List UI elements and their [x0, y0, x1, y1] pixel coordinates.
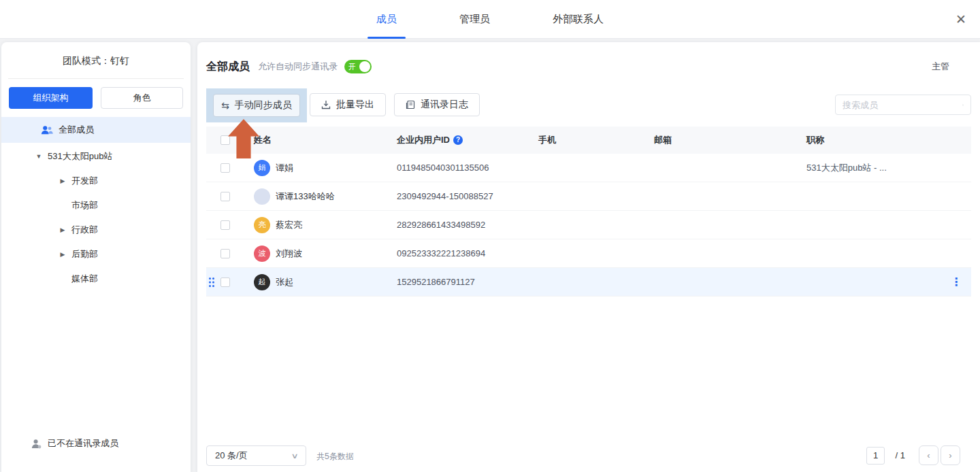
batch-export-button[interactable]: 批量导出 [310, 93, 386, 116]
sidebar-item-removed-members[interactable]: 已不在通讯录成员 [31, 435, 118, 452]
sidebar-item-label: 已不在通讯录成员 [48, 437, 118, 450]
manual-sync-button[interactable]: ⇆ 手动同步成员 [213, 94, 300, 117]
table-row[interactable]: 娟 谭娟 0119485040301135506 531大太阳pub站 - ..… [206, 154, 971, 182]
prev-page-button[interactable]: ‹ [919, 445, 938, 465]
sidebar: 团队模式：钉钉 组织架构 角色 全部成员 ▼ 531大太阳pub站 ▶ 开发部 … [1, 42, 191, 472]
page-number-input[interactable]: 1 [866, 447, 885, 465]
close-icon[interactable]: ✕ [954, 13, 968, 27]
member-user-id: 2309492944-150088527 [397, 191, 529, 201]
table-row[interactable]: 谭谭133哈哈哈 2309492944-150088527 ⋮ [206, 182, 971, 211]
sidebar-item-label: 全部成员 [59, 124, 94, 136]
member-name: 刘翔波 [276, 248, 302, 260]
toggle-knob [359, 61, 370, 72]
dept-label: 后勤部 [71, 248, 98, 260]
help-icon[interactable]: ? [453, 135, 463, 145]
dept-label: 开发部 [71, 175, 98, 187]
search-box [835, 95, 971, 115]
sync-icon: ⇆ [221, 100, 229, 111]
sidebar-dept-media[interactable]: 媒体部 [1, 267, 191, 291]
page-title: 全部成员 [206, 60, 250, 74]
dept-label: 行政部 [71, 224, 98, 236]
org-structure-button[interactable]: 组织架构 [9, 87, 93, 109]
top-bar: 成员 管理员 外部联系人 ✕ [0, 0, 980, 39]
tab-admins-label: 管理员 [459, 13, 490, 26]
avatar: 起 [254, 274, 270, 290]
team-mode-label: 团队模式：钉钉 [1, 55, 191, 67]
member-name: 谭谭133哈哈哈 [276, 190, 335, 203]
select-all-checkbox[interactable] [220, 135, 230, 145]
toggle-on-label: 开 [348, 62, 356, 71]
header-user-id: 企业内用户ID [397, 134, 450, 146]
avatar: 娟 [254, 160, 270, 176]
next-page-button[interactable]: › [941, 445, 960, 465]
page-size-value: 20 条/页 [215, 450, 248, 462]
drag-handle-icon[interactable] [208, 277, 215, 288]
person-removed-icon [31, 439, 42, 449]
auto-sync-toggle[interactable]: 开 [344, 60, 372, 73]
search-icon[interactable] [962, 100, 964, 110]
table-row[interactable]: 起 张起 1529521866791127 ⋮ [206, 268, 971, 297]
header-name: 姓名 [254, 134, 397, 146]
dept-label: 531大太阳pub站 [48, 150, 112, 163]
header-email: 邮箱 [654, 134, 806, 146]
sidebar-dept-dev[interactable]: ▶ 开发部 [1, 169, 191, 193]
row-checkbox[interactable] [220, 249, 230, 258]
caret-down-icon[interactable]: ▼ [35, 153, 42, 160]
caret-right-icon[interactable]: ▶ [59, 251, 66, 258]
member-name: 谭娟 [276, 162, 293, 174]
tab-external-contacts[interactable]: 外部联系人 [553, 0, 604, 39]
contact-log-label: 通讯录日志 [421, 99, 468, 111]
contact-log-button[interactable]: 通讯录日志 [394, 93, 480, 116]
sidebar-item-all-members[interactable]: 全部成员 [1, 117, 191, 143]
caret-right-icon[interactable]: ▶ [59, 226, 66, 233]
sidebar-dept-admin[interactable]: ▶ 行政部 [1, 218, 191, 242]
member-name: 张起 [276, 276, 293, 288]
member-user-id: 0119485040301135506 [397, 163, 529, 173]
dept-label: 媒体部 [71, 273, 98, 285]
tab-admins[interactable]: 管理员 [459, 0, 490, 39]
panel-header: 全部成员 允许自动同步通讯录 开 主管 [206, 54, 971, 79]
table-row[interactable]: 亮 蔡宏亮 282928661433498592 ⋮ [206, 211, 971, 239]
supervisor-link[interactable]: 主管 [932, 61, 949, 73]
sidebar-dept-logistics[interactable]: ▶ 后勤部 [1, 242, 191, 267]
tab-members-label: 成员 [376, 13, 397, 26]
member-user-id: 1529521866791127 [397, 277, 529, 287]
table-footer: 20 条/页 ∨ 共5条数据 1 / 1 ‹ › [206, 445, 971, 467]
header-phone: 手机 [529, 134, 654, 146]
auto-sync-label: 允许自动同步通讯录 [258, 61, 338, 73]
tab-external-contacts-label: 外部联系人 [553, 13, 604, 26]
row-checkbox[interactable] [220, 163, 230, 173]
header-title: 职称 [806, 134, 941, 146]
table-row[interactable]: 波 刘翔波 092523332221238694 ⋮ [206, 239, 971, 268]
page-size-select[interactable]: 20 条/页 ∨ [206, 445, 306, 466]
search-input[interactable] [843, 100, 962, 110]
caret-right-icon[interactable]: ▶ [59, 178, 66, 184]
role-button[interactable]: 角色 [101, 87, 183, 109]
row-checkbox[interactable] [220, 220, 230, 230]
manual-sync-label: 手动同步成员 [235, 99, 292, 112]
tab-bar: 成员 管理员 外部联系人 [0, 0, 980, 39]
people-icon [41, 124, 53, 135]
divider [8, 78, 184, 79]
tab-members[interactable]: 成员 [376, 0, 397, 39]
chevron-down-icon: ∨ [291, 452, 298, 460]
avatar: 亮 [254, 217, 270, 233]
more-actions-icon[interactable]: ⋮ [941, 275, 971, 288]
avatar [254, 188, 270, 205]
page-total-label: / 1 [896, 450, 905, 460]
batch-export-label: 批量导出 [336, 99, 374, 111]
avatar: 波 [254, 246, 270, 262]
member-user-id: 092523332221238694 [397, 248, 529, 258]
row-checkbox[interactable] [220, 277, 230, 287]
member-user-id: 282928661433498592 [397, 220, 529, 230]
total-count-label: 共5条数据 [316, 451, 354, 462]
sidebar-dept-market[interactable]: 市场部 [1, 193, 191, 218]
member-name: 蔡宏亮 [276, 219, 302, 231]
download-icon [321, 100, 331, 109]
members-table: 姓名 企业内用户ID ? 手机 邮箱 职称 娟 谭娟 0119485040301… [206, 127, 971, 297]
row-checkbox[interactable] [220, 192, 230, 201]
sidebar-dept-531[interactable]: ▼ 531大太阳pub站 [1, 144, 191, 169]
annotation-highlight: ⇆ 手动同步成员 [206, 88, 307, 122]
dept-label: 市场部 [71, 199, 98, 212]
member-title: 531大太阳pub站 - ... [806, 162, 941, 174]
